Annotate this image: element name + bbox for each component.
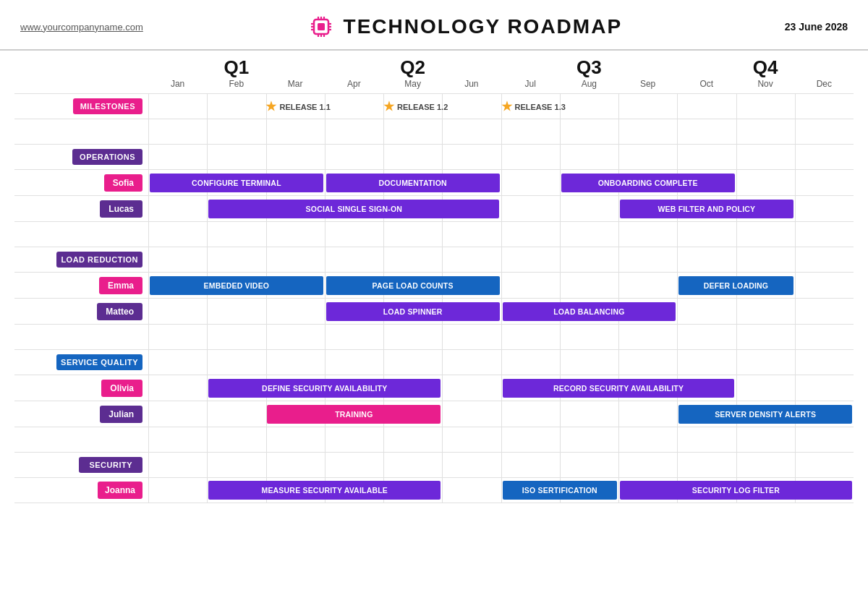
task-web-filter: WEB FILTER AND POLICY — [620, 200, 793, 218]
star-icon: ★ — [501, 99, 512, 114]
milestone-release-1-3: ★RELEASE 1.3 — [501, 99, 566, 114]
olivia-row: Olivia DEFINE SECURITY AVAILABILITYRECOR… — [14, 375, 854, 401]
task-security-log-filter: SECURITY LOG FILTER — [620, 481, 852, 500]
star-icon: ★ — [383, 99, 394, 114]
ops-blank-row — [14, 221, 854, 247]
task-onboarding-complete: ONBOARDING COMPLETE — [561, 174, 735, 192]
q3-label: Q3 — [501, 56, 678, 79]
julian-person-label: Julian — [100, 406, 142, 423]
sofia-person-label: Sofia — [104, 174, 142, 192]
task-configure-terminal: CONFIGURE TERMINAL — [150, 174, 323, 192]
joanna-person-label: Joanna — [98, 482, 142, 499]
m-may: May — [383, 79, 442, 89]
security-header-row: SECURITY — [14, 452, 854, 477]
service-quality-header-row: SERVICE QUALITY — [14, 349, 854, 375]
load-reduction-label: LOAD REDUCTION — [56, 252, 142, 268]
emma-person-label: Emma — [99, 277, 142, 294]
page-header: www.yourcompanyname.com TECHNOLOGY ROADM… — [0, 0, 868, 51]
quarters-row: Q1 Q2 Q3 Q4 — [148, 56, 854, 79]
lucas-person-label: Lucas — [100, 200, 142, 218]
svg-rect-15 — [318, 23, 325, 30]
company-url: www.yourcompanyname.com — [20, 22, 143, 33]
m-jun: Jun — [442, 79, 501, 89]
service-quality-label: SERVICE QUALITY — [56, 354, 142, 370]
star-icon: ★ — [265, 99, 276, 114]
task-embedded-video: EMBEDED VIDEO — [150, 276, 323, 295]
task-define-security: DEFINE SECURITY AVAILABILITY — [208, 379, 441, 398]
milestones-grid: ★RELEASE 1.1★RELEASE 1.2★RELEASE 1.3 — [148, 94, 854, 119]
task-iso-certification: ISO SERTIFICATION — [503, 481, 617, 500]
q1-label: Q1 — [148, 56, 325, 79]
m-jan: Jan — [148, 79, 207, 89]
lr-blank-row — [14, 324, 854, 349]
milestone-release-1-2: ★RELEASE 1.2 — [383, 99, 448, 114]
m-dec: Dec — [795, 79, 854, 89]
task-defer-loading: DEFER LOADING — [678, 276, 793, 295]
task-social-sso: SOCIAL SINGLE SIGN-ON — [208, 200, 499, 218]
milestone-release-1-1: ★RELEASE 1.1 — [265, 99, 330, 114]
timeline-body: Q1 Q2 Q3 Q4 Jan Feb Mar Apr May Jun Jul … — [0, 56, 868, 503]
task-load-balancing: LOAD BALANCING — [503, 302, 676, 321]
q2-label: Q2 — [325, 56, 501, 79]
julian-row: Julian TRAININGSERVER DENSITY ALERTS — [14, 401, 854, 427]
sq-blank-row — [14, 427, 854, 452]
sofia-row: Sofia CONFIGURE TERMINALDOCUMENTATIONONB… — [14, 169, 854, 195]
m-jul: Jul — [501, 79, 560, 89]
emma-row: Emma EMBEDED VIDEOPAGE LOAD COUNTSDEFER … — [14, 272, 854, 298]
operations-header-row: OPERATIONS — [14, 144, 854, 169]
m-feb: Feb — [207, 79, 265, 89]
task-page-load-counts: PAGE LOAD COUNTS — [326, 276, 500, 295]
joanna-row: Joanna MEASURE SECURITY AVAILABLEISO SER… — [14, 477, 854, 503]
matteo-row: Matteo LOAD SPINNERLOAD BALANCING — [14, 298, 854, 324]
page-title: TECHNOLOGY ROADMAP — [344, 15, 623, 38]
milestones-row: MILESTONES ★RELEASE 1.1★RELEASE 1.2★RELE… — [14, 93, 854, 119]
logo-icon — [306, 12, 336, 42]
security-section-label: SECURITY — [79, 457, 142, 473]
header-date: 23 June 2028 — [785, 21, 848, 33]
task-record-security: RECORD SECURITY AVAILABILITY — [503, 379, 735, 398]
task-training: TRAINING — [267, 405, 441, 424]
lucas-row: Lucas SOCIAL SINGLE SIGN-ONWEB FILTER AN… — [14, 195, 854, 221]
milestones-label-cell: MILESTONES — [14, 94, 148, 119]
matteo-person-label: Matteo — [97, 303, 142, 320]
m-mar: Mar — [266, 79, 325, 89]
milestones-blank-row — [14, 119, 854, 144]
m-oct: Oct — [677, 79, 736, 89]
m-nov: Nov — [736, 79, 795, 89]
header-center: TECHNOLOGY ROADMAP — [306, 12, 623, 42]
task-documentation: DOCUMENTATION — [326, 174, 500, 192]
m-sep: Sep — [618, 79, 677, 89]
task-load-spinner: LOAD SPINNER — [326, 302, 500, 321]
task-server-density: SERVER DENSITY ALERTS — [678, 405, 852, 424]
load-reduction-header-row: LOAD REDUCTION — [14, 247, 854, 272]
months-row: Jan Feb Mar Apr May Jun Jul Aug Sep Oct … — [148, 79, 854, 89]
m-aug: Aug — [560, 79, 618, 89]
olivia-person-label: Olivia — [101, 380, 142, 397]
operations-section-label: OPERATIONS — [72, 149, 142, 165]
milestones-section-label: MILESTONES — [73, 98, 142, 114]
task-measure-security: MEASURE SECURITY AVAILABLE — [208, 481, 441, 500]
m-apr: Apr — [325, 79, 383, 89]
q4-label: Q4 — [677, 56, 854, 79]
